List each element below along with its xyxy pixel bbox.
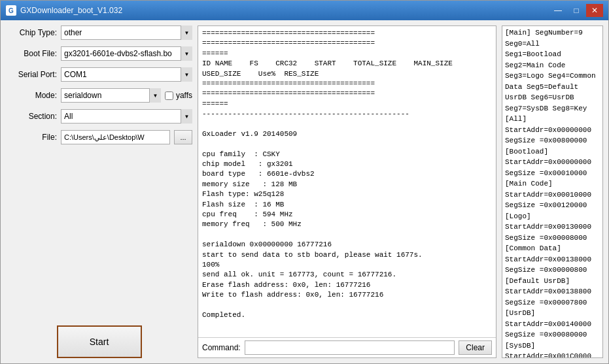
section-select[interactable]: All [61, 109, 192, 124]
yaffs-row: yaffs [165, 91, 192, 100]
section-select-wrapper: All ▼ [61, 109, 192, 124]
mode-row: Mode: serialdown ▼ yaffs [6, 88, 192, 103]
command-input[interactable] [245, 340, 455, 355]
command-row: Command: Clear [198, 337, 496, 357]
file-input[interactable] [61, 130, 170, 144]
right-panel[interactable]: [Main] SegNumber=9 Seg0=All Seg1=Bootloa… [502, 25, 603, 358]
serial-port-row: Serial Port: COM1 ▼ [6, 67, 192, 82]
serial-port-select-wrapper: COM1 ▼ [61, 67, 192, 82]
minimize-button[interactable]: — [549, 4, 566, 17]
clear-button[interactable]: Clear [459, 340, 492, 355]
command-label: Command: [202, 343, 241, 352]
boot-file-row: Boot File: gx3201-6601e-dvbs2-sflash.bo … [6, 46, 192, 61]
yaffs-checkbox[interactable] [165, 91, 173, 100]
maximize-button[interactable]: □ [568, 4, 585, 17]
file-label: File: [6, 133, 57, 142]
mode-select-wrapper: serialdown ▼ [61, 88, 161, 103]
log-area[interactable]: ========================================… [198, 26, 496, 337]
boot-file-select-wrapper: gx3201-6601e-dvbs2-sflash.bo ▼ [61, 46, 192, 61]
start-button-container: Start [6, 312, 192, 358]
serial-port-select[interactable]: COM1 [61, 67, 192, 82]
serial-port-label: Serial Port: [6, 70, 57, 79]
left-panel: Chip Type: other ▼ Boot File: gx3201-660… [6, 25, 192, 358]
chip-type-row: Chip Type: other ▼ [6, 25, 192, 40]
middle-panel: ========================================… [198, 25, 496, 358]
boot-file-label: Boot File: [6, 49, 57, 58]
start-button[interactable]: Start [57, 325, 142, 358]
main-window: G GXDownloader_boot_V1.032 — □ ✕ Chip Ty… [0, 0, 609, 364]
title-text: GXDownloader_boot_V1.032 [20, 6, 549, 15]
chip-type-select[interactable]: other [61, 25, 192, 40]
file-row: File: ... [6, 130, 192, 144]
close-button[interactable]: ✕ [586, 4, 603, 17]
mode-select[interactable]: serialdown [61, 88, 161, 103]
browse-button[interactable]: ... [174, 130, 192, 144]
yaffs-label: yaffs [176, 91, 192, 100]
boot-file-select[interactable]: gx3201-6601e-dvbs2-sflash.bo [61, 46, 192, 61]
title-bar: G GXDownloader_boot_V1.032 — □ ✕ [1, 1, 608, 20]
chip-type-select-wrapper: other ▼ [61, 25, 192, 40]
section-label: Section: [6, 112, 57, 121]
mode-label: Mode: [6, 91, 57, 100]
content-area: Chip Type: other ▼ Boot File: gx3201-660… [1, 20, 608, 363]
section-row: Section: All ▼ [6, 109, 192, 124]
chip-type-label: Chip Type: [6, 28, 57, 37]
title-buttons: — □ ✕ [549, 4, 603, 17]
app-icon: G [6, 5, 16, 16]
